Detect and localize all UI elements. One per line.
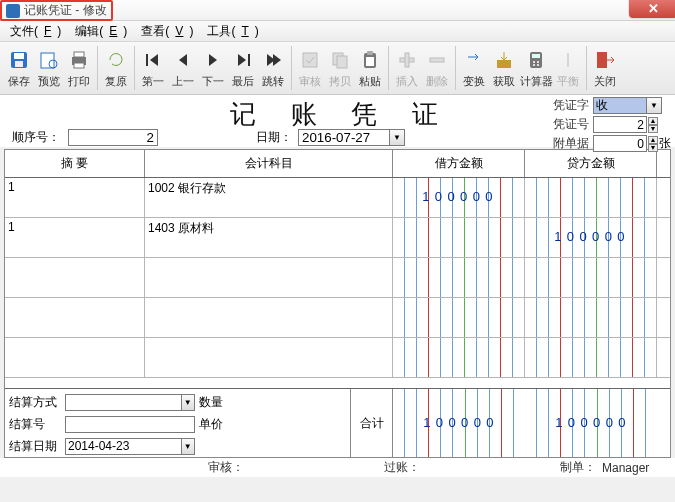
cell-credit[interactable] [525,298,657,337]
menu-v[interactable]: 查看(V) [135,21,199,42]
grid-body[interactable]: 11002 银行存款10000011403 原材料100000 [5,178,670,388]
goto-icon [262,49,284,71]
ins-icon [396,49,418,71]
toolbar-paste-button[interactable]: 粘贴 [355,44,385,92]
toolbar-fetch-button[interactable]: 获取 [489,44,519,92]
cell-summary[interactable] [5,298,145,337]
toolbar-close-button[interactable]: 关闭 [590,44,620,92]
toolbar-copyto-button: 拷贝 [325,44,355,92]
toolbar-preview-button[interactable]: 预览 [34,44,64,92]
cell-debit[interactable] [393,298,525,337]
toolbar-next-button[interactable]: 下一 [198,44,228,92]
settle-date-input[interactable] [65,438,182,455]
cell-credit[interactable] [525,258,657,297]
svg-point-26 [537,64,539,66]
settle-date-dropdown-icon[interactable]: ▼ [182,438,195,455]
settle-date-label: 结算日期 [9,438,61,455]
del-icon [426,49,448,71]
toolbar-balance-button: 平衡 [553,44,583,92]
table-row[interactable]: 11002 银行存款100000 [5,178,670,218]
svg-rect-7 [74,52,84,57]
toolbar-print-button[interactable]: 打印 [64,44,94,92]
cell-account[interactable] [145,338,393,377]
toolbar: 保存预览打印复原第一上一下一最后跳转审核拷贝粘贴插入删除变换获取计算器平衡关闭 [0,42,675,95]
swap-icon [463,49,485,71]
qty-label: 数量 [199,394,241,411]
table-row[interactable] [5,338,670,378]
cell-summary[interactable]: 1 [5,178,145,217]
seq-input[interactable] [68,129,158,146]
voucher-title: 记 账 凭 证 [230,97,452,132]
menu-t[interactable]: 工具(T) [201,21,264,42]
attach-spin-up[interactable]: ▲ [648,136,658,144]
app-icon [6,4,20,18]
total-debit-cell: 100000 [393,389,525,457]
cell-debit[interactable]: 100000 [393,178,525,217]
cell-credit[interactable] [525,338,657,377]
cell-account[interactable] [145,298,393,337]
voucher-no-spin-up[interactable]: ▲ [648,117,658,125]
menu-f[interactable]: 文件(F) [4,21,67,42]
voucher-no-spin-down[interactable]: ▼ [648,125,658,133]
settle-type-combo[interactable] [65,394,182,411]
col-debit-header: 借方金额 [393,150,525,177]
table-row[interactable] [5,258,670,298]
col-credit-header: 贷方金额 [525,150,657,177]
voucher-word-dropdown-icon[interactable]: ▼ [647,97,662,114]
window-close-button[interactable]: ✕ [629,0,675,18]
menu-e[interactable]: 编辑(E) [69,21,133,42]
first-icon [142,49,164,71]
cell-debit[interactable] [393,218,525,257]
cell-debit[interactable] [393,338,525,377]
attach-spin-down[interactable]: ▼ [648,144,658,152]
voucher-word-combo[interactable] [593,97,647,114]
svg-rect-9 [146,54,148,66]
voucher-header: 记 账 凭 证 凭证字 ▼ 凭证号 ▲▼ 附单据 ▲▼ 张 顺序号： 日期： ▼ [0,95,675,147]
table-row[interactable] [5,298,670,338]
toolbar-last-button[interactable]: 最后 [228,44,258,92]
toolbar-calc-button[interactable]: 计算器 [519,44,553,92]
next-icon [202,49,224,71]
cell-credit[interactable] [525,178,657,217]
cell-credit[interactable]: 100000 [525,218,657,257]
exit-icon [594,49,616,71]
cell-summary[interactable] [5,258,145,297]
attach-input[interactable] [593,135,647,152]
post-label: 过账： [384,459,420,476]
cell-account[interactable] [145,258,393,297]
table-row[interactable]: 11403 原材料100000 [5,218,670,258]
toolbar-restore-button[interactable]: 复原 [101,44,131,92]
last-icon [232,49,254,71]
voucher-no-input[interactable] [593,116,647,133]
date-input[interactable] [298,129,390,146]
date-dropdown-icon[interactable]: ▼ [390,129,405,146]
settle-no-input[interactable] [65,416,195,433]
voucher-grid: 摘 要 会计科目 借方金额 贷方金额 11002 银行存款10000011403… [4,149,671,458]
toolbar-audit-button: 审核 [295,44,325,92]
toolbar-swap-button[interactable]: 变换 [459,44,489,92]
settle-no-label: 结算号 [9,416,61,433]
toolbar-save-button[interactable]: 保存 [4,44,34,92]
toolbar-prev-button[interactable]: 上一 [168,44,198,92]
audit-label: 审核： [208,459,244,476]
cell-account[interactable]: 1002 银行存款 [145,178,393,217]
cell-summary[interactable] [5,338,145,377]
prev-icon [172,49,194,71]
maker-value: Manager [602,461,649,475]
cell-summary[interactable]: 1 [5,218,145,257]
cell-account[interactable]: 1403 原材料 [145,218,393,257]
preview-icon [38,49,60,71]
restore-icon [105,49,127,71]
cell-debit[interactable] [393,258,525,297]
svg-rect-18 [405,53,409,67]
settle-type-label: 结算方式 [9,394,61,411]
toolbar-goto-button[interactable]: 跳转 [258,44,288,92]
svg-point-23 [533,61,535,63]
menubar: 文件(F)编辑(E)查看(V)工具(T) [0,21,675,42]
toolbar-first-button[interactable]: 第一 [138,44,168,92]
window-title: 记账凭证 - 修改 [24,2,107,19]
total-label: 合计 [351,389,393,457]
settle-type-dropdown-icon[interactable]: ▼ [182,394,195,411]
col-summary-header: 摘 要 [5,150,145,177]
attach-label: 附单据 [547,135,589,152]
